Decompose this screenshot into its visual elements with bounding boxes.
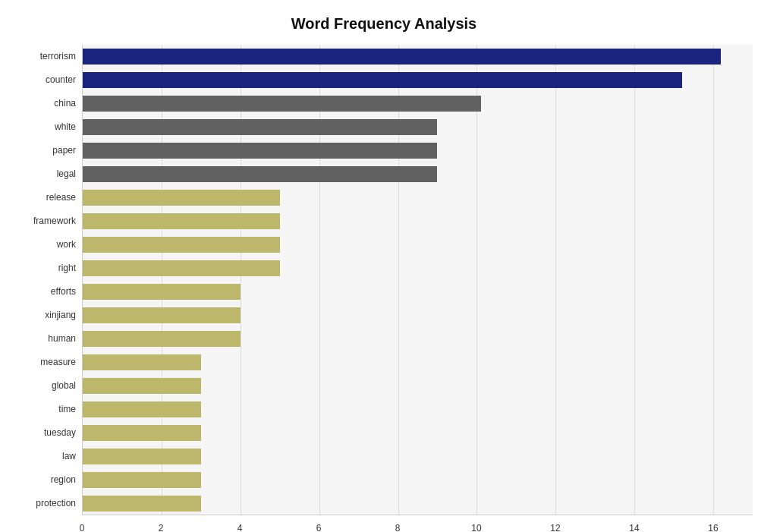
y-label: white xyxy=(15,115,82,139)
bar-efforts[interactable] xyxy=(83,284,241,300)
x-tick-label: 14 xyxy=(629,523,639,532)
x-tick-label: 0 xyxy=(80,523,85,532)
chart-container: Word Frequency Analysis terrorismcounter… xyxy=(0,0,783,532)
bar-terrorism[interactable] xyxy=(83,49,721,65)
y-label: xinjiang xyxy=(15,304,82,327)
bar-legal[interactable] xyxy=(83,166,437,182)
grid-line xyxy=(319,45,320,515)
grid-line xyxy=(713,45,714,515)
y-label: protection xyxy=(15,492,82,515)
y-label: legal xyxy=(15,162,82,186)
y-label: release xyxy=(15,186,82,209)
y-label: time xyxy=(15,398,82,421)
y-label: framework xyxy=(15,209,82,233)
bar-global[interactable] xyxy=(83,378,201,394)
bar-counter[interactable] xyxy=(83,72,682,88)
y-label: work xyxy=(15,233,82,257)
x-tick-label: 6 xyxy=(316,523,322,532)
y-label: paper xyxy=(15,139,82,162)
bar-tuesday[interactable] xyxy=(83,425,201,441)
grid-line xyxy=(241,45,241,515)
y-labels: terrorismcounterchinawhitepaperlegalrele… xyxy=(15,45,82,483)
bar-work[interactable] xyxy=(83,237,280,253)
bar-measure[interactable] xyxy=(83,354,201,370)
y-label: tuesday xyxy=(15,421,82,445)
bar-protection[interactable] xyxy=(83,496,201,512)
y-label: right xyxy=(15,257,82,280)
bar-region[interactable] xyxy=(83,472,201,488)
bar-china[interactable] xyxy=(83,96,481,112)
x-tick-label: 16 xyxy=(708,523,718,532)
x-tick-label: 8 xyxy=(395,523,401,532)
chart-title: Word Frequency Analysis xyxy=(15,15,753,33)
bar-release[interactable] xyxy=(83,190,280,206)
bar-time[interactable] xyxy=(83,401,201,417)
y-label: human xyxy=(15,327,82,351)
grid-line xyxy=(555,45,556,515)
y-label: global xyxy=(15,374,82,398)
bar-framework[interactable] xyxy=(83,213,280,229)
y-label: terrorism xyxy=(15,45,82,68)
grid-line xyxy=(398,45,399,515)
bar-human[interactable] xyxy=(83,331,241,347)
bar-paper[interactable] xyxy=(83,143,437,159)
y-label: china xyxy=(15,92,82,115)
bar-xinjiang[interactable] xyxy=(83,307,241,323)
bar-white[interactable] xyxy=(83,119,437,135)
y-label: measure xyxy=(15,351,82,374)
x-tick-label: 10 xyxy=(471,523,481,532)
grid-line xyxy=(634,45,635,515)
x-tick-label: 2 xyxy=(159,523,164,532)
y-label: efforts xyxy=(15,280,82,304)
grid-line xyxy=(162,45,162,515)
x-tick-label: 12 xyxy=(550,523,560,532)
y-label: counter xyxy=(15,68,82,92)
grid-line xyxy=(476,45,477,515)
bar-law[interactable] xyxy=(83,449,201,464)
x-tick-label: 4 xyxy=(237,523,243,532)
y-label: region xyxy=(15,468,82,492)
bars-area xyxy=(82,45,753,515)
bar-right[interactable] xyxy=(83,260,280,276)
y-label: law xyxy=(15,445,82,468)
